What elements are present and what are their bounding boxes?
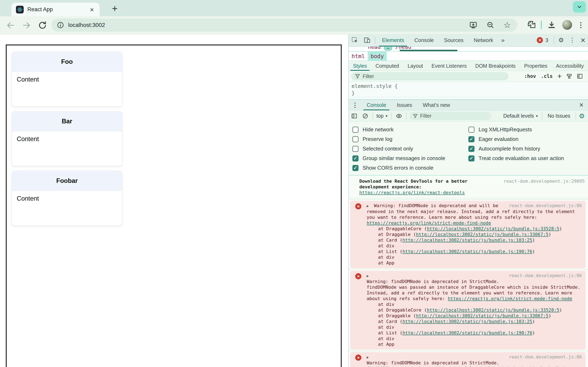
console-setting-checkbox[interactable]: ✓ Preserve log [352,134,468,144]
console-setting-checkbox[interactable]: ✓ Hide network [352,125,468,134]
toggle-hover-state-button[interactable]: :hov [522,73,538,79]
checkbox[interactable]: ✓ [468,146,475,152]
expand-triangle-icon[interactable]: ▶ [367,204,369,208]
browser-menu-icon[interactable]: ⋮ [577,21,584,29]
rendering-emulation-icon[interactable] [564,73,575,79]
checkbox[interactable]: ✓ [352,165,359,171]
styles-tab[interactable]: Accessibility [552,61,588,71]
console-message[interactable]: × react-dom.development.js:86 ▶ Warning:… [350,352,586,367]
device-toolbar-icon[interactable] [361,37,373,44]
console-message[interactable]: × react-dom.development.js:86 ▶ Warning:… [350,201,586,268]
context-selector[interactable]: top ▾ [374,113,389,119]
source-location-link[interactable]: react-dom.development.js:86 [509,203,582,209]
source-location-link[interactable]: react-dom.development.js:86 [509,354,582,360]
new-tab-button[interactable]: + [112,4,118,13]
expand-triangle-icon[interactable]: ▶ [367,274,369,278]
stack-frame-link[interactable]: http://localhost:3002/static/js/bundle.j… [427,226,559,231]
address-bar[interactable]: localhost:3002 ☆ [52,18,517,32]
console-setting-checkbox[interactable]: ✓ Log XMLHttpRequests [468,125,588,134]
window-chevron-button[interactable] [573,1,586,13]
stack-frame-link[interactable]: http://localhost:3002/static/js/bundle.j… [402,238,532,243]
new-style-rule-icon[interactable]: + [555,72,564,81]
styles-tab[interactable]: Computed [371,61,403,71]
checkbox[interactable]: ✓ [468,127,475,133]
styles-tab[interactable]: Styles [349,61,371,71]
clear-console-icon[interactable] [360,113,371,119]
devtools-main-tab[interactable]: Network [468,34,498,47]
styles-tab[interactable]: DOM Breakpoints [471,61,520,71]
extensions-puzzle-icon[interactable] [527,20,536,29]
issues-status[interactable]: No Issues [544,113,574,119]
back-button[interactable] [6,21,15,30]
console-filter-input[interactable]: Filter [410,112,491,120]
console-message[interactable]: × react-dom.development.js:86 ▶ Warning:… [350,271,586,350]
checkbox[interactable]: ✓ [352,136,359,142]
browser-tab[interactable]: React App × [11,3,100,16]
live-expression-eye-icon[interactable] [393,113,405,119]
devtools-main-tab[interactable]: Sources [439,34,468,47]
console-setting-checkbox[interactable]: ✓ Eager evaluation [468,134,588,144]
styles-tab[interactable]: Properties [520,61,552,71]
console-settings-icon[interactable]: ⚙ [578,112,588,120]
card-title[interactable]: Foo [12,52,122,72]
error-count-badge[interactable]: × 3 [537,37,548,43]
card-title[interactable]: Bar [12,111,122,131]
source-location-link[interactable]: react-dom.development.js:86 [509,273,582,278]
devtools-close-icon[interactable]: × [578,36,588,44]
profile-avatar[interactable] [562,20,572,30]
stack-frame-link[interactable]: http://localhost:3002/static/js/bundle.j… [416,232,548,237]
styles-tab[interactable]: Layout [403,61,427,71]
console-message[interactable]: × react-dom.development.js:29895 ▶ Downl… [349,176,588,198]
inspect-element-icon[interactable] [349,37,361,44]
console-setting-checkbox[interactable]: ✓ Selected context only [352,144,468,154]
drawer-tab[interactable]: What's new [417,100,456,110]
console-setting-checkbox[interactable]: ✓ Treat code evaluation as user action [468,154,588,163]
draggable-card[interactable]: Foobar Content [12,171,122,226]
drawer-tab[interactable]: Console [361,100,391,110]
message-link[interactable]: https://reactjs.org/link/strict-mode-fin… [448,296,572,301]
console-setting-checkbox[interactable]: ✓ Group similar messages in console [352,154,468,163]
element-style-block[interactable]: element.style { } [349,82,588,97]
checkbox[interactable]: ✓ [352,155,359,161]
checkbox[interactable]: ✓ [352,146,359,152]
downloads-icon[interactable] [547,20,556,29]
stack-frame-link[interactable]: http://localhost:3002/static/js/bundle.j… [402,330,532,335]
expand-triangle-icon[interactable]: ▶ [367,355,369,359]
install-app-icon[interactable] [469,21,477,29]
checkbox[interactable]: ✓ [352,127,359,133]
dom-ellipsis-button[interactable]: … [384,47,392,50]
checkbox[interactable]: ✓ [468,155,475,161]
message-link[interactable]: https://reactjs.org/link/react-devtools [359,190,465,196]
zoom-out-icon[interactable] [486,21,494,29]
devtools-main-tab[interactable]: Elements [377,34,409,47]
tab-close-icon[interactable]: × [89,6,95,13]
draggable-card[interactable]: Foo Content [12,52,122,107]
url-text[interactable]: localhost:3002 [68,22,460,28]
forward-button[interactable] [22,21,31,30]
card-title[interactable]: Foobar [12,171,122,191]
draggable-card[interactable]: Bar Content [12,111,122,166]
log-levels-selector[interactable]: Default levels ▾ [501,113,540,119]
stack-frame-link[interactable]: http://localhost:3002/static/js/bundle.j… [427,308,559,313]
drawer-close-icon[interactable]: × [575,100,588,110]
breadcrumb-item[interactable]: body [368,52,387,60]
styles-tab[interactable]: Event Listeners [427,61,471,71]
devtools-menu-icon[interactable]: ⋮ [567,37,578,43]
dock-sidebar-icon[interactable] [575,73,585,79]
more-tabs-icon[interactable]: » [498,37,508,44]
reload-button[interactable] [38,21,47,30]
drawer-tab[interactable]: Issues [391,100,417,110]
toggle-class-button[interactable]: .cls [538,73,555,79]
dom-tree-clipped-row[interactable]: head … /head [349,47,588,51]
drawer-menu-icon[interactable]: ⋮ [349,100,361,110]
styles-filter-input[interactable]: Filter [351,72,508,80]
checkbox[interactable]: ✓ [468,136,475,142]
stack-frame-link[interactable]: http://localhost:3002/static/js/bundle.j… [416,313,548,318]
source-location-link[interactable]: react-dom.development.js:29895 [504,178,585,184]
console-setting-checkbox[interactable]: ✓ Show CORS errors in console [352,163,468,173]
devtools-main-tab[interactable]: Console [409,34,439,47]
site-info-icon[interactable] [57,21,64,29]
console-sidebar-icon[interactable] [349,113,360,119]
stack-frame-link[interactable]: http://localhost:3002/static/js/bundle.j… [402,249,532,254]
devtools-settings-icon[interactable]: ⚙ [556,37,567,43]
